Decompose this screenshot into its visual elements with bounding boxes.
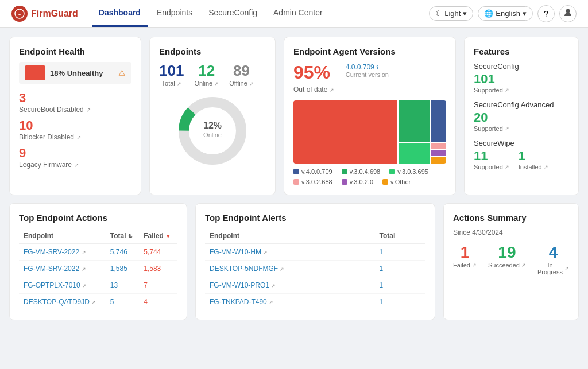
endpoint-link[interactable]: FG-VM-SRV-2022 xyxy=(24,265,79,273)
ext-icon[interactable]: ↗ xyxy=(214,81,219,87)
navbar: FirmGuard Dashboard Endpoints SecureConf… xyxy=(0,0,588,28)
ext-icon[interactable]: ↗ xyxy=(269,300,273,305)
help-button[interactable]: ? xyxy=(537,5,555,22)
info-icon[interactable]: ℹ xyxy=(376,64,378,71)
ext-icon[interactable]: ↗ xyxy=(177,81,181,87)
endpoint-link[interactable]: FG-VM-SRV-2022 xyxy=(24,248,79,256)
ext-icon[interactable]: ↗ xyxy=(280,266,284,272)
bottom-cards-row: Top Endpoint Actions Endpoint Total ⇅ Fa… xyxy=(9,203,579,320)
total-value: 1 xyxy=(380,298,384,306)
health-card-title: Endpoint Health xyxy=(19,46,131,56)
treemap-green xyxy=(399,100,430,142)
external-link-icon[interactable]: ↗ xyxy=(74,162,79,168)
legend-dot xyxy=(293,169,299,174)
endpoint-link[interactable]: DESKTOP-5NDFMGF xyxy=(210,265,278,273)
total-link[interactable]: 5 xyxy=(110,298,114,306)
summary-title: Actions Summary xyxy=(453,213,569,223)
agent-header: 95% Out of date ↗ 4.0.0.709 ℹ Current ve… xyxy=(293,62,446,94)
health-stat-firmware: 9 Legacy Firmware ↗ xyxy=(19,146,131,169)
total-link[interactable]: 13 xyxy=(110,281,118,289)
nav-endpoints[interactable]: Endpoints xyxy=(150,0,199,27)
globe-icon: 🌐 xyxy=(484,9,493,18)
sort-icon: ⇅ xyxy=(128,234,133,239)
col-total[interactable]: Total ⇅ xyxy=(106,228,139,244)
col-endpoint: Endpoint xyxy=(205,228,375,244)
nav-secureconfig[interactable]: SecureConfig xyxy=(202,0,264,27)
svg-text:Online: Online xyxy=(203,131,222,138)
treemap-chart xyxy=(293,100,446,164)
secureboot-label: SecureBoot Disabled ↗ xyxy=(19,106,131,114)
svg-point-1 xyxy=(566,9,570,13)
ext-icon[interactable]: ↗ xyxy=(82,250,86,255)
external-link-icon[interactable]: ↗ xyxy=(76,134,81,141)
endpoint-health-card: Endpoint Health 18% Unhealthy ⚠ 3 Secure… xyxy=(9,37,141,195)
table-row: DESKTOP-QATD9JD ↗ 5 4 xyxy=(19,294,177,310)
endpoints-numbers: 101 Total ↗ 12 Online ↗ 89 Of xyxy=(159,62,266,87)
health-stat-secureboot: 3 SecureBoot Disabled ↗ xyxy=(19,91,131,114)
ext-icon[interactable]: ↗ xyxy=(505,126,509,131)
firmware-label: Legacy Firmware ↗ xyxy=(19,161,131,169)
bitlocker-label: Bitlocker Disabled ↗ xyxy=(19,133,131,141)
failed-cell: 5,744 xyxy=(139,244,177,261)
endpoint-link[interactable]: FG-VM-W10-HM xyxy=(210,248,261,256)
endpoint-link[interactable]: DESKTOP-QATD9JD xyxy=(24,298,90,306)
endpoint-link[interactable]: FG-VM-W10-PRO1 xyxy=(210,281,269,289)
endpoint-cell: DESKTOP-QATD9JD ↗ xyxy=(19,294,106,310)
endpoint-cell: FG-TNKPAD-T490 ↗ xyxy=(205,294,375,310)
health-bar: 18% Unhealthy ⚠ xyxy=(19,62,131,84)
treemap-lightgreen xyxy=(399,143,430,164)
language-toggle[interactable]: 🌐 English ▾ xyxy=(478,6,533,21)
treemap-orange xyxy=(431,157,446,164)
col-total: Total xyxy=(375,228,425,244)
ext-icon[interactable]: ↗ xyxy=(91,300,96,305)
summary-numbers: 1 Failed ↗ 19 Succeeded ↗ 4 I xyxy=(453,243,569,275)
table-row: FG-VM-SRV-2022 ↗ 5,746 5,744 xyxy=(19,244,177,261)
top-alerts-card: Top Endpoint Alerts Endpoint Total FG-VM… xyxy=(195,203,435,320)
ext-icon[interactable]: ↗ xyxy=(82,266,86,272)
endpoint-link[interactable]: FG-OPTPLX-7010 xyxy=(24,281,80,289)
total-cell: 1 xyxy=(375,244,425,261)
main-content: Endpoint Health 18% Unhealthy ⚠ 3 Secure… xyxy=(0,28,588,329)
failed-link[interactable]: 1,583 xyxy=(144,265,161,273)
ext-icon[interactable]: ↗ xyxy=(249,81,254,87)
ext-icon[interactable]: ↗ xyxy=(521,262,526,268)
failed-link[interactable]: 5,744 xyxy=(144,248,161,256)
ext-icon[interactable]: ↗ xyxy=(330,87,334,93)
failed-link[interactable]: 7 xyxy=(144,281,148,289)
ext-icon[interactable]: ↗ xyxy=(564,266,569,271)
actions-table: Endpoint Total ⇅ Failed ▼ FG-VM-S xyxy=(19,228,177,310)
legend-dot xyxy=(342,169,347,174)
user-button[interactable] xyxy=(559,5,577,22)
external-link-icon[interactable]: ↗ xyxy=(86,107,91,113)
inprogress-summary: 4 In Progress ↗ xyxy=(537,243,569,275)
nav-admin-center[interactable]: Admin Center xyxy=(266,0,330,27)
total-link[interactable]: 1,585 xyxy=(110,265,127,273)
failed-link[interactable]: 4 xyxy=(144,298,148,306)
ext-icon[interactable]: ↗ xyxy=(544,164,548,170)
ext-icon[interactable]: ↗ xyxy=(472,262,477,268)
legend-dot xyxy=(382,179,388,185)
feature-secureconfig: SecureConfig 101 Supported ↗ xyxy=(474,62,569,94)
legend-dot xyxy=(389,169,395,174)
col-failed[interactable]: Failed ▼ xyxy=(139,228,177,244)
agent-pct-block: 95% Out of date ↗ xyxy=(293,62,334,94)
total-cell: 1 xyxy=(375,261,425,277)
summary-since: Since 4/30/2024 xyxy=(453,228,569,236)
brand-logo[interactable]: FirmGuard xyxy=(11,6,78,22)
total-value: 1 xyxy=(380,281,384,289)
treemap-legend: v.4.0.0.709 v.3.0.4.698 v.3.0.3.695 v.3.… xyxy=(293,168,446,185)
agent-versions-card: Endpoint Agent Versions 95% Out of date … xyxy=(284,37,456,195)
ext-icon[interactable]: ↗ xyxy=(505,87,509,93)
theme-toggle[interactable]: ☾ Light ▾ xyxy=(429,6,473,21)
ext-icon[interactable]: ↗ xyxy=(505,164,509,170)
endpoint-cell: FG-VM-SRV-2022 ↗ xyxy=(19,261,106,277)
total-link[interactable]: 5,746 xyxy=(110,248,127,256)
ext-icon[interactable]: ↗ xyxy=(82,283,87,289)
warning-icon: ⚠ xyxy=(118,68,126,77)
table-row: DESKTOP-5NDFMGF ↗ 1 xyxy=(205,261,425,277)
nav-links: Dashboard Endpoints SecureConfig Admin C… xyxy=(92,0,415,27)
nav-dashboard[interactable]: Dashboard xyxy=(92,0,148,27)
endpoint-link[interactable]: FG-TNKPAD-T490 xyxy=(210,298,267,306)
ext-icon[interactable]: ↗ xyxy=(263,250,268,255)
ext-icon[interactable]: ↗ xyxy=(271,283,276,289)
